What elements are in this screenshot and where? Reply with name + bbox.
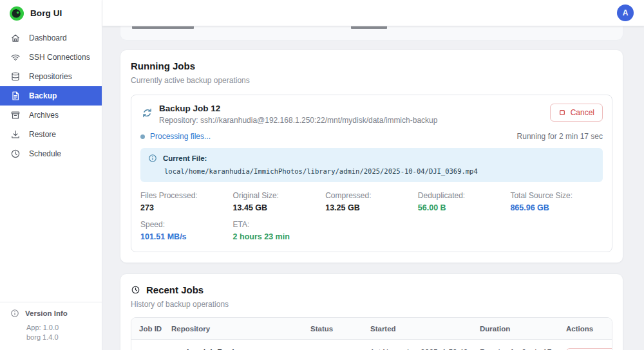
stat-speed: Speed: 101.51 MB/s <box>140 220 233 241</box>
partial-scrolled-card <box>120 26 623 41</box>
archive-icon <box>10 110 21 120</box>
user-avatar[interactable]: A <box>617 5 634 21</box>
sidebar-item-label: Backup <box>29 91 57 100</box>
running-jobs-subtitle: Currently active backup operations <box>131 76 612 85</box>
clipped-text-fragment <box>351 26 387 29</box>
wifi-icon <box>10 52 21 62</box>
running-jobs-card: Running Jobs Currently active backup ope… <box>120 50 623 263</box>
clock-icon <box>131 285 140 295</box>
document-icon <box>10 91 21 101</box>
sidebar-nav: Dashboard SSH Connections Repositories B… <box>0 26 102 163</box>
job-title: Backup Job 12 <box>159 104 550 113</box>
clipped-text-fragment <box>132 26 194 29</box>
stat-files-processed: Files Processed: 273 <box>140 191 233 212</box>
sidebar-item-schedule[interactable]: Schedule <box>0 144 102 163</box>
table-header-row: Job ID Repository Status Started Duratio… <box>131 318 612 340</box>
sidebar-item-ssh-connections[interactable]: SSH Connections <box>0 48 102 67</box>
current-file-info-box: Current File: local/home/karanhudia/Immi… <box>140 148 603 182</box>
current-file-label: Current File: <box>163 154 207 162</box>
stat-deduplicated: Deduplicated: 56.00 B <box>418 191 511 212</box>
job-running-time: Running for 2 min 17 sec <box>517 132 603 141</box>
col-header-job-id: Job ID <box>131 325 164 333</box>
app-root: Borg UI Dashboard SSH Connections Reposi… <box>0 0 644 350</box>
database-icon <box>10 71 21 82</box>
sidebar: Borg UI Dashboard SSH Connections Reposi… <box>0 0 102 350</box>
stat-compressed: Compressed: 13.25 GB <box>325 191 418 212</box>
app-title: Borg UI <box>30 8 62 18</box>
stat-eta: ETA: 2 hours 23 min <box>233 220 326 241</box>
main-area: A Running Jobs Currently active backup o… <box>102 0 644 350</box>
borg-logo-icon <box>10 6 24 21</box>
info-icon <box>10 309 19 318</box>
recent-jobs-subtitle: History of backup operations <box>131 300 612 309</box>
version-info-title: Version Info <box>25 309 68 317</box>
recent-jobs-table: Job ID Repository Status Started Duratio… <box>131 317 612 350</box>
version-info: Version Info App: 1.0.0 borg 1.4.0 <box>0 302 102 350</box>
sidebar-item-repositories[interactable]: Repositories <box>0 67 102 86</box>
sidebar-item-label: Restore <box>29 130 56 139</box>
top-bar: A <box>102 0 644 26</box>
download-icon <box>10 129 21 140</box>
col-header-duration: Duration <box>472 325 558 333</box>
home-icon <box>10 33 21 43</box>
col-header-status: Status <box>303 325 363 333</box>
info-icon <box>148 154 157 163</box>
sidebar-item-label: Repositories <box>29 72 72 81</box>
repo-name: Immich Backup <box>187 348 323 350</box>
sidebar-item-label: Dashboard <box>29 33 67 42</box>
stop-icon <box>558 109 566 116</box>
sidebar-item-restore[interactable]: Restore <box>0 125 102 144</box>
sidebar-item-label: Schedule <box>29 149 61 158</box>
table-row[interactable]: #12 Immich Backup ssh://karanhudia@192.1… <box>131 340 612 350</box>
app-logo: Borg UI <box>0 0 102 26</box>
recent-jobs-title: Recent Jobs <box>146 284 204 295</box>
started-time: 1st November 2025, 1:59:49 PM <box>363 348 472 350</box>
sidebar-item-label: Archives <box>29 111 59 120</box>
app-version: App: 1.0.0 <box>26 324 91 331</box>
sync-spinner-icon <box>142 107 153 118</box>
running-jobs-title: Running Jobs <box>131 60 612 71</box>
job-stats-grid: Files Processed: 273 Original Size: 13.4… <box>140 191 603 241</box>
status-dot-icon <box>140 134 145 139</box>
col-header-actions: Actions <box>558 325 612 333</box>
col-header-started: Started <box>363 325 472 333</box>
stat-total-source-size: Total Source Size: 865.96 GB <box>510 191 603 212</box>
stat-original-size: Original Size: 13.45 GB <box>233 191 326 212</box>
sidebar-item-dashboard[interactable]: Dashboard <box>0 28 102 48</box>
sidebar-item-backup[interactable]: Backup <box>0 86 102 106</box>
borg-version: borg 1.4.0 <box>26 333 91 341</box>
recent-jobs-card: Recent Jobs History of backup operations… <box>120 273 623 350</box>
job-repository: Repository: ssh://karanhudia@192.168.1.2… <box>159 116 550 125</box>
current-file-path: local/home/karanhudia/ImmichPhotos/libra… <box>164 167 595 175</box>
clock-icon <box>10 149 21 159</box>
cancel-job-button[interactable]: Cancel <box>550 104 603 122</box>
content-scroll-area: Running Jobs Currently active backup ope… <box>102 26 644 350</box>
sidebar-item-label: SSH Connections <box>29 53 90 62</box>
backup-job-card: Backup Job 12 Repository: ssh://karanhud… <box>131 95 612 252</box>
job-status-text: Processing files... <box>140 132 211 141</box>
job-duration: Running for 2 min 17 sec <box>472 348 558 350</box>
sidebar-item-archives[interactable]: Archives <box>0 106 102 125</box>
col-header-repository: Repository <box>164 325 303 333</box>
cancel-row-button[interactable]: Cancel <box>566 348 612 350</box>
